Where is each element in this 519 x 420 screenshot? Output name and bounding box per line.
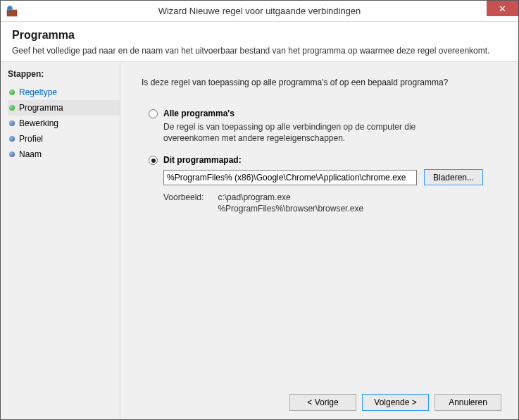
steps-sidebar: Stappen: Regeltype Programma Bewerking P… — [1, 62, 120, 419]
back-button[interactable]: < Vorige — [289, 394, 356, 411]
step-regeltype[interactable]: Regeltype — [8, 85, 120, 100]
option-all-programs[interactable]: Alle programma's — [149, 109, 501, 118]
step-naam[interactable]: Naam — [8, 147, 120, 162]
cancel-button[interactable]: Annuleren — [434, 394, 501, 411]
option-path-label: Dit programmapad: — [163, 155, 242, 165]
step-programma[interactable]: Programma — [8, 100, 120, 116]
next-button[interactable]: Volgende > — [362, 394, 429, 411]
option-all-label: Alle programma's — [163, 109, 235, 118]
step-bullet-icon — [9, 121, 15, 126]
step-label: Naam — [19, 149, 42, 159]
step-label: Bewerking — [19, 118, 58, 128]
wizard-header: Programma Geef het volledige pad naar en… — [1, 22, 518, 62]
browse-button[interactable]: Bladeren... — [424, 169, 483, 185]
wizard-footer: < Vorige Volgende > Annuleren — [142, 387, 501, 411]
wizard-window: Wizard Nieuwe regel voor uitgaande verbi… — [0, 0, 519, 420]
step-bullet-icon — [9, 105, 15, 111]
example-paths: c:\pad\program.exe %ProgramFiles%\browse… — [218, 192, 363, 214]
step-label: Regeltype — [19, 87, 57, 97]
option-all-desc: De regel is van toepassing op alle verbi… — [163, 121, 459, 144]
example-row: Voorbeeld: c:\pad\program.exe %ProgramFi… — [163, 192, 501, 214]
program-path-input[interactable] — [163, 170, 417, 185]
program-path-row: Bladeren... — [163, 169, 501, 185]
close-button[interactable]: ✕ — [487, 1, 518, 16]
step-bewerking[interactable]: Bewerking — [8, 116, 120, 131]
window-title: Wizard Nieuwe regel voor uitgaande verbi… — [1, 6, 518, 16]
example-label: Voorbeeld: — [163, 192, 204, 214]
step-profiel[interactable]: Profiel — [8, 131, 120, 147]
radio-checked-icon[interactable] — [149, 156, 158, 165]
radio-unchecked-icon[interactable] — [149, 109, 158, 118]
page-description: Geef het volledige pad naar en de naam v… — [12, 46, 507, 56]
content-question: Is deze regel van toepassing op alle pro… — [142, 78, 501, 87]
steps-title: Stappen: — [8, 69, 120, 79]
step-label: Programma — [19, 103, 63, 113]
titlebar: Wizard Nieuwe regel voor uitgaande verbi… — [1, 1, 518, 22]
wizard-content: Is deze regel van toepassing op alle pro… — [120, 62, 518, 419]
step-label: Profiel — [19, 134, 43, 144]
option-program-path[interactable]: Dit programmapad: — [149, 155, 501, 165]
wizard-body: Stappen: Regeltype Programma Bewerking P… — [1, 62, 518, 419]
page-title: Programma — [12, 29, 507, 42]
step-bullet-icon — [9, 136, 15, 142]
step-bullet-icon — [9, 89, 15, 95]
close-icon: ✕ — [499, 4, 506, 14]
step-bullet-icon — [9, 152, 15, 157]
